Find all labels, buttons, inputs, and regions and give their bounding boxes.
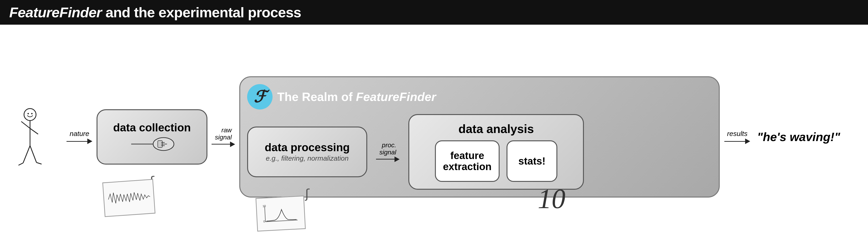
proc-signal-arrow: proc. signal bbox=[376, 142, 400, 162]
svg-point-1 bbox=[28, 113, 29, 114]
curly-brace-processing: ʃ bbox=[305, 188, 309, 200]
proc-label: proc. signal bbox=[379, 142, 396, 156]
data-analysis-title: data analysis bbox=[459, 122, 534, 136]
analysis-inner: feature extraction stats! bbox=[435, 140, 557, 182]
results-arrow: results bbox=[724, 130, 750, 144]
main-content: nature data collection bbox=[0, 25, 868, 249]
number-annotation: 10 bbox=[538, 185, 565, 213]
page-header: FeatureFinder and the experimental proce… bbox=[0, 0, 868, 25]
data-collection-box: data collection bbox=[97, 109, 208, 165]
data-processing-title: data processing bbox=[265, 142, 350, 154]
realm-header: ℱ The Realm of FeatureFinder bbox=[247, 84, 712, 109]
stats-box: stats! bbox=[506, 140, 557, 182]
arrow-head-raw bbox=[230, 142, 235, 147]
svg-point-0 bbox=[24, 109, 36, 120]
svg-point-2 bbox=[31, 113, 33, 114]
feature-extraction-box: feature extraction bbox=[435, 140, 500, 182]
svg-line-8 bbox=[36, 163, 41, 164]
raw-signal-arrow: raw signal bbox=[212, 127, 235, 147]
data-collection-wrapper: data collection ʃ bbox=[97, 109, 208, 165]
wave-note bbox=[102, 179, 155, 217]
arrow-head-proc bbox=[395, 156, 400, 162]
stick-figure bbox=[14, 108, 60, 173]
svg-line-16 bbox=[265, 206, 266, 221]
header-title-rest: and the experimental process bbox=[102, 4, 301, 20]
svg-line-7 bbox=[30, 146, 36, 163]
realm-logo-text: ℱ bbox=[254, 87, 266, 106]
realm-logo: ℱ bbox=[247, 84, 273, 109]
results-arrow-line bbox=[724, 139, 750, 144]
data-processing-box: data processing e.g., filtering, normali… bbox=[247, 127, 367, 177]
arrow-shaft-raw bbox=[212, 144, 230, 145]
proc-arrow-line bbox=[376, 156, 400, 162]
realm-title-normal: The Realm of bbox=[277, 90, 356, 104]
arrow-head bbox=[87, 139, 92, 144]
nature-arrow: nature bbox=[66, 130, 92, 144]
realm-title: The Realm of FeatureFinder bbox=[277, 90, 436, 104]
raw-arrow-line bbox=[212, 142, 235, 147]
svg-text:0: 0 bbox=[263, 220, 265, 223]
svg-line-6 bbox=[23, 146, 30, 163]
data-analysis-box: data analysis feature extraction stats! bbox=[408, 114, 584, 190]
nature-label: nature bbox=[69, 130, 89, 138]
result-quote: "he's waving!" bbox=[757, 130, 840, 144]
header-title-italic: FeatureFinder bbox=[9, 4, 102, 20]
nature-arrow-line bbox=[66, 139, 92, 144]
svg-line-5 bbox=[30, 129, 38, 134]
data-analysis-wrapper: data analysis feature extraction stats! bbox=[408, 114, 584, 190]
data-processing-subtitle: e.g., filtering, normalization bbox=[266, 154, 349, 162]
svg-text:10: 10 bbox=[262, 204, 266, 208]
realm-container: ℱ The Realm of FeatureFinder data proces… bbox=[239, 76, 720, 198]
raw-label: raw signal bbox=[215, 127, 232, 141]
arrow-head-results bbox=[745, 139, 750, 144]
proc-signal-note: 10 0 bbox=[255, 196, 306, 231]
flow-row: nature data collection bbox=[14, 76, 840, 198]
arrow-shaft-proc bbox=[376, 159, 395, 159]
data-processing-wrapper: data processing e.g., filtering, normali… bbox=[247, 127, 367, 177]
data-collection-title: data collection bbox=[113, 122, 191, 134]
realm-inner: data processing e.g., filtering, normali… bbox=[247, 114, 712, 190]
svg-line-4 bbox=[21, 121, 30, 129]
results-label: results bbox=[727, 130, 747, 138]
realm-title-italic: FeatureFinder bbox=[356, 90, 436, 104]
arrow-shaft bbox=[66, 141, 87, 142]
arrow-shaft-results bbox=[724, 141, 745, 142]
svg-line-9 bbox=[19, 163, 23, 165]
stats-title: stats! bbox=[518, 155, 545, 167]
feature-extraction-title: feature extraction bbox=[443, 150, 492, 172]
